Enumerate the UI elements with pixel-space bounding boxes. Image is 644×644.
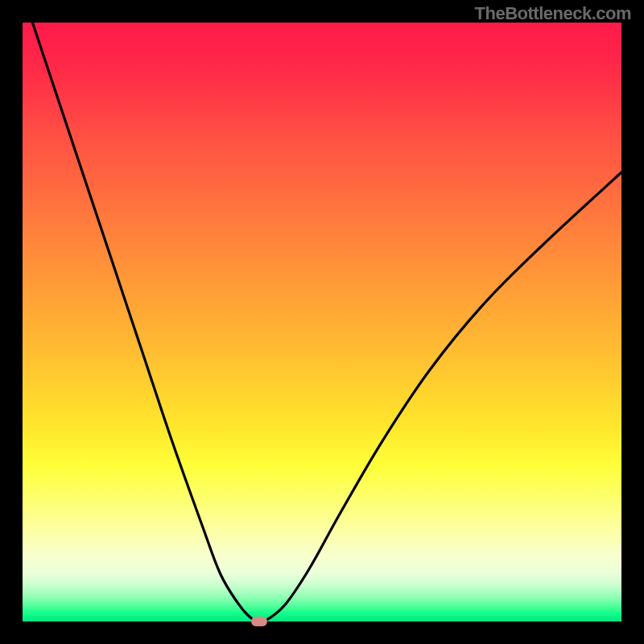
chart-container: TheBottleneck.com (0, 0, 644, 644)
watermark-label: TheBottleneck.com (475, 3, 631, 24)
optimal-point-marker (251, 617, 267, 626)
plot-area (23, 23, 621, 621)
bottleneck-curve (23, 23, 621, 621)
